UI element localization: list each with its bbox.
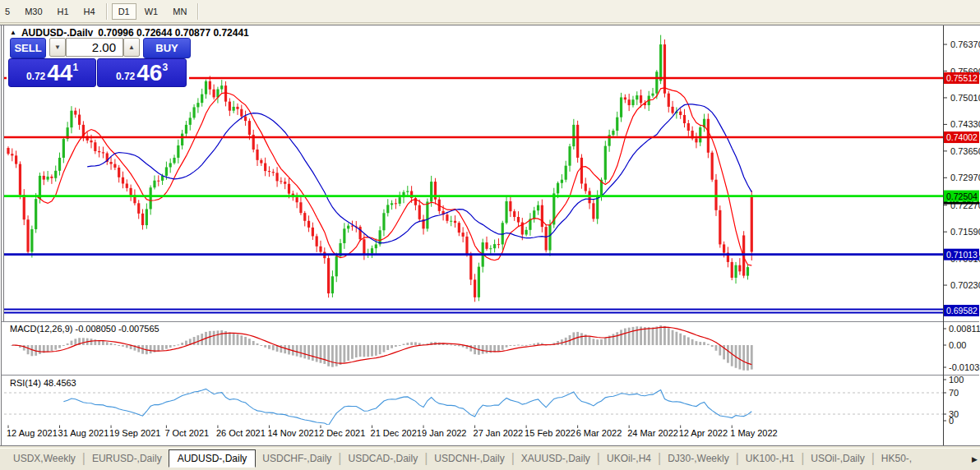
- tab-usoil-daily[interactable]: USOil-,Daily: [804, 450, 871, 467]
- tab-scroll-right-icon[interactable]: ▶: [972, 455, 978, 463]
- tab-ukoil-h4[interactable]: UKOil-,H4: [600, 450, 658, 467]
- date-axis-label: 7 Oct 2021: [164, 428, 209, 438]
- tab-usdx-weekly[interactable]: USDX,Weekly: [7, 450, 82, 467]
- date-axis-label: 1 May 2022: [730, 428, 777, 438]
- svg-text:0.75512: 0.75512: [946, 73, 978, 83]
- tab-xauusd-daily[interactable]: XAUUSD-,Daily: [515, 450, 597, 467]
- one-click-trade-panel: SELL ▼ ▲ BUY 0.72 44 1 0.72 46 3: [7, 36, 189, 87]
- sell-price-big: 44: [47, 62, 72, 85]
- timeframe-button-m30[interactable]: M30: [18, 3, 49, 20]
- rsi-level-lines: [4, 393, 943, 414]
- sell-price-button[interactable]: 0.72 44 1: [8, 58, 96, 87]
- svg-text:0.71013: 0.71013: [946, 250, 978, 260]
- tab-usdcnh-daily[interactable]: USDCNH-,Daily: [428, 450, 511, 467]
- timeframe-button-h1[interactable]: H1: [51, 3, 76, 20]
- date-axis-label: 31 Aug 2021: [58, 428, 109, 438]
- price-axis-tick: 0.70230: [950, 280, 980, 290]
- price-axis-tick: 0.73650: [950, 146, 980, 156]
- tab-audusd-daily[interactable]: AUDUSD-,Daily: [169, 449, 257, 468]
- macd-values: -0.008050 -0.007565: [75, 324, 159, 334]
- svg-text:0.72504: 0.72504: [946, 191, 978, 201]
- chart-tabs: USDX,Weekly|EURUSD-,DailyAUDUSD-,DailyUS…: [0, 449, 980, 468]
- tab-eurusd-daily[interactable]: EURUSD-,Daily: [86, 450, 169, 467]
- tab-dj30-weekly[interactable]: DJ30-,Weekly: [661, 450, 735, 467]
- date-axis-label: 24 Mar 2022: [627, 428, 678, 438]
- rsi-value: 48.4563: [44, 378, 76, 388]
- price-axis: 0.763700.756900.750100.743300.736500.729…: [943, 39, 980, 316]
- price-level-badge: 0.72504: [944, 191, 979, 202]
- price-axis-tick: 0.72970: [950, 173, 980, 182]
- tab-hk50-[interactable]: HK50-,: [875, 450, 918, 467]
- chart-window: 0.763700.756900.750100.743300.736500.729…: [0, 25, 980, 446]
- rsi-axis-tick: 100: [949, 375, 964, 385]
- volume-increase-icon[interactable]: ▲: [123, 38, 140, 57]
- date-axis-label: 26 Oct 2021: [216, 428, 266, 438]
- timeframe-button-5[interactable]: 5: [0, 3, 16, 20]
- volume-input[interactable]: [66, 38, 123, 57]
- buy-button[interactable]: BUY: [143, 38, 191, 58]
- chart-canvas[interactable]: 0.763700.756900.750100.743300.736500.729…: [0, 25, 980, 446]
- rsi-indicator-label: RSI(14) 48.4563: [10, 378, 76, 388]
- tab-usdchf-daily[interactable]: USDCHF-,Daily: [256, 450, 338, 467]
- timeframe-toolbar: 5M30H1H4D1W1MN: [0, 0, 980, 23]
- horizontal-level-lines[interactable]: [4, 78, 943, 312]
- timeframe-button-h4[interactable]: H4: [77, 3, 102, 20]
- svg-text:0.69582: 0.69582: [946, 306, 978, 316]
- date-axis-label: 14 Nov 2021: [267, 428, 318, 438]
- rsi-line: [63, 389, 751, 425]
- toolbar-separator: [106, 3, 108, 20]
- tab-uk100-h1[interactable]: UK100-,H1: [739, 450, 801, 467]
- price-level-badge: 0.74002: [944, 131, 979, 143]
- rsi-name: RSI(14): [10, 378, 41, 388]
- tab-usdcad-daily[interactable]: USDCAD-,Daily: [341, 450, 424, 467]
- buy-price-base: 0.72: [116, 71, 135, 82]
- trading-app: 5M30H1H4D1W1MN 0.763700.756900.750100.74…: [0, 0, 980, 470]
- price-level-badge: 0.69582: [944, 305, 979, 316]
- volume-decrease-icon[interactable]: ▼: [49, 38, 66, 57]
- date-axis-label: 12 Apr 2022: [679, 428, 728, 438]
- date-axis-label: 21 Dec 2021: [371, 428, 422, 438]
- price-axis-tick: 0.76370: [950, 39, 980, 49]
- svg-text:0.74002: 0.74002: [946, 132, 978, 142]
- ma-fast-line: [36, 88, 752, 265]
- macd-axis-tick: 0.00811: [949, 324, 980, 334]
- buy-price-button[interactable]: 0.72 46 3: [97, 58, 187, 87]
- collapse-icon[interactable]: ▲: [10, 30, 16, 36]
- date-axis-label: 9 Jan 2022: [422, 428, 466, 438]
- rsi-axis-tick: 0: [949, 416, 954, 426]
- macd-name: MACD(12,26,9): [10, 324, 72, 334]
- date-axis-label: 27 Jan 2022: [474, 428, 524, 438]
- rsi-axis-tick: 70: [949, 388, 959, 398]
- date-axis-label: 6 Mar 2022: [576, 428, 622, 438]
- buy-price-big: 46: [136, 62, 162, 85]
- chart-tab-bar: USDX,Weekly|EURUSD-,DailyAUDUSD-,DailyUS…: [0, 448, 980, 470]
- macd-axis-tick: 0.00: [949, 340, 966, 350]
- date-axis-label: 2 Dec 2021: [319, 428, 365, 438]
- date-axis-label: 15 Feb 2022: [525, 428, 576, 438]
- sell-button[interactable]: SELL: [10, 38, 46, 58]
- toolbar-separator: [197, 3, 199, 20]
- price-axis-tick: 0.71590: [950, 227, 980, 237]
- macd-axis-tick: -0.01031: [949, 362, 980, 372]
- price-level-badge: 0.71013: [944, 249, 979, 260]
- timeframe-button-w1[interactable]: W1: [138, 3, 165, 20]
- timeframe-button-mn[interactable]: MN: [166, 3, 193, 20]
- buy-price-sup: 3: [162, 62, 168, 73]
- date-axis: 12 Aug 202131 Aug 202119 Sep 20217 Oct 2…: [7, 426, 778, 439]
- date-axis-label: 19 Sep 2021: [109, 428, 160, 438]
- timeframe-button-d1[interactable]: D1: [112, 3, 136, 20]
- macd-indicator-label: MACD(12,26,9) -0.008050 -0.007565: [10, 324, 159, 334]
- price-level-badge: 0.75512: [944, 72, 979, 84]
- sell-price-base: 0.72: [26, 71, 45, 82]
- date-axis-label: 12 Aug 2021: [7, 428, 58, 438]
- pane-frame: [0, 25, 980, 446]
- price-axis-tick: 0.75010: [950, 93, 980, 103]
- sell-price-sup: 1: [72, 62, 78, 73]
- price-axis-tick: 0.74330: [950, 119, 980, 129]
